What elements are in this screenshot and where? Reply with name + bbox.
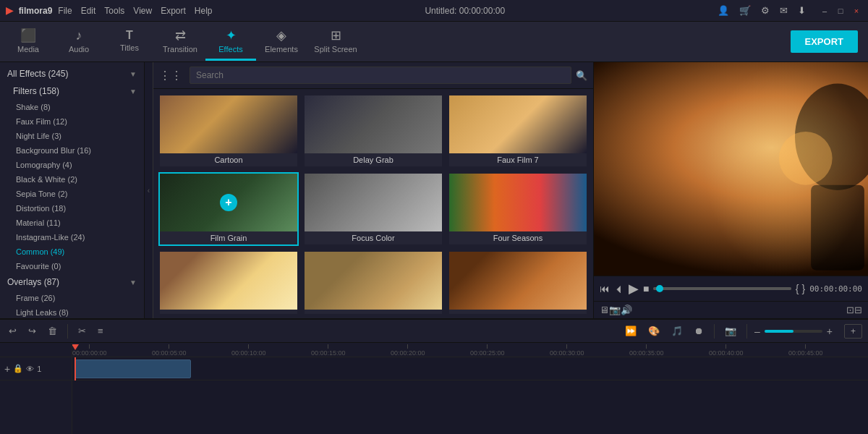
filter-lomography[interactable]: Lomography (4)	[0, 158, 144, 172]
preview-fullscreen-button[interactable]: 🖥	[600, 305, 609, 315]
bracket-left-button[interactable]: {	[796, 283, 799, 294]
effect-thumb-four-seasons	[449, 174, 587, 231]
speed-button[interactable]: ⏩	[622, 324, 639, 338]
menu-help[interactable]: Help	[195, 6, 213, 16]
cut-button[interactable]: ✂	[75, 324, 89, 338]
ruler-mark-7: 00:00:35:00	[629, 344, 664, 357]
overlay-frame[interactable]: Frame (26)	[0, 291, 144, 305]
effect-item-effect-7[interactable]	[158, 250, 299, 315]
record-button[interactable]: ⏺	[692, 324, 707, 338]
effect-item-faux-film-7[interactable]: Faux Film 7	[448, 94, 588, 168]
effect-thumb-focus-color	[305, 174, 442, 231]
menu-export[interactable]: Export	[161, 6, 186, 16]
effect-item-delay-grab[interactable]: Delay Grab	[303, 94, 443, 168]
menu-edit[interactable]: Edit	[81, 6, 96, 16]
filter-shake[interactable]: Shake (8)	[0, 100, 144, 114]
tool-media[interactable]: ⬛ Media	[3, 23, 54, 61]
tool-splitscreen-label: Split Screen	[314, 45, 357, 54]
snapshot-btn[interactable]: 📷	[722, 324, 739, 338]
filter-blackwhite[interactable]: Black & White (2)	[0, 172, 144, 187]
tool-elements[interactable]: ◈ Elements	[256, 23, 307, 61]
adjust-button[interactable]: ≡	[95, 324, 106, 338]
effect-thumb-effect-8	[305, 252, 442, 310]
preview-controls: ⏮ ⏴ ▶ ■ { } 00:00:00:00	[594, 276, 868, 301]
undo-button[interactable]: ↩	[6, 324, 20, 338]
preview-zoom-button[interactable]: ⊟	[854, 305, 862, 315]
timeline-track-labels: + 🔒 👁 1	[0, 343, 72, 434]
elements-icon: ◈	[276, 27, 286, 43]
menu-file[interactable]: File	[58, 6, 72, 16]
filter-fauxfilm[interactable]: Faux Film (12)	[0, 114, 144, 129]
effect-add-button-film-grain[interactable]: +	[220, 194, 237, 211]
effect-item-four-seasons[interactable]: Four Seasons	[448, 172, 588, 246]
audio-track-button[interactable]: 🎵	[668, 324, 686, 338]
bracket-right-button[interactable]: }	[801, 283, 805, 294]
filter-sepiatone[interactable]: Sepia Tone (2)	[0, 187, 144, 201]
filter-favourite[interactable]: Favourite (0)	[0, 259, 144, 273]
effect-item-effect-9[interactable]	[448, 250, 588, 315]
overlays-chevron: ▼	[129, 278, 137, 286]
zoom-slider[interactable]	[765, 330, 822, 333]
progress-bar[interactable]	[653, 287, 791, 290]
play-button[interactable]: ▶	[629, 281, 639, 297]
stop-button[interactable]: ■	[643, 283, 649, 294]
effect-item-focus-color[interactable]: Focus Color	[303, 172, 443, 246]
zoom-in-button[interactable]: +	[827, 326, 833, 337]
effect-item-film-grain[interactable]: +Film Grain	[158, 172, 299, 246]
filters-header[interactable]: Filters (158) ▼	[0, 82, 144, 100]
filter-instagramlike[interactable]: Instagram-Like (24)	[0, 230, 144, 244]
effect-label-effect-8	[305, 310, 442, 314]
playhead[interactable]	[75, 357, 76, 380]
step-back-button[interactable]: ⏴	[614, 283, 624, 294]
tool-titles[interactable]: T Titles	[104, 23, 155, 61]
timeline-content[interactable]: 00:00:00:0000:00:05:0000:00:10:0000:00:1…	[72, 343, 868, 434]
titles-icon: T	[126, 29, 133, 42]
tool-audio-label: Audio	[69, 45, 89, 54]
export-button[interactable]: EXPORT	[791, 30, 858, 53]
track-add-icon[interactable]: +	[4, 363, 10, 375]
redo-button[interactable]: ↪	[25, 324, 39, 338]
filter-nightlife[interactable]: Night Life (3)	[0, 129, 144, 143]
preview-audio-button[interactable]: 🔊	[621, 305, 632, 315]
preview-snapshot-button[interactable]: 📷	[609, 305, 621, 315]
effect-thumb-cartoon	[160, 95, 297, 153]
track-eye-icon[interactable]: 👁	[26, 365, 34, 373]
tool-elements-label: Elements	[265, 45, 298, 54]
maximize-button[interactable]: □	[835, 5, 846, 17]
overlays-header[interactable]: Overlays (87) ▼	[0, 273, 144, 291]
all-effects-header[interactable]: All Effects (245) ▼	[0, 65, 144, 82]
close-button[interactable]: ×	[851, 5, 862, 17]
search-input[interactable]	[190, 67, 571, 84]
ruler-mark-9: 00:00:45:00	[788, 344, 823, 357]
tool-audio[interactable]: ♪ Audio	[54, 23, 104, 61]
effect-item-effect-8[interactable]	[303, 250, 443, 315]
track-lock-icon[interactable]: 🔒	[13, 364, 23, 373]
overlay-lightleaks[interactable]: Light Leaks (8)	[0, 305, 144, 318]
menu-view[interactable]: View	[133, 6, 152, 16]
tool-splitscreen[interactable]: ⊞ Split Screen	[307, 23, 365, 61]
filter-distortion[interactable]: Distortion (18)	[0, 201, 144, 216]
toolbar-separator-2	[714, 324, 715, 339]
effect-item-cartoon[interactable]: Cartoon	[158, 94, 299, 168]
filter-common[interactable]: Common (49)	[0, 244, 144, 259]
add-track-button[interactable]: +	[844, 324, 862, 339]
track-clip-1[interactable]	[75, 359, 191, 378]
zoom-control: – +	[754, 326, 833, 337]
zoom-out-button[interactable]: –	[754, 326, 760, 337]
preview-bottom-bar: 🖥 📷 🔊 ⊡ ⊟	[594, 301, 868, 318]
grid-toggle-icon[interactable]: ⋮⋮	[159, 69, 182, 82]
filter-material[interactable]: Material (11)	[0, 216, 144, 230]
progress-handle[interactable]	[656, 285, 663, 292]
tool-effects[interactable]: ✦ Effects	[205, 23, 256, 61]
rewind-button[interactable]: ⏮	[600, 283, 610, 294]
filter-backgroundblur[interactable]: Background Blur (16)	[0, 143, 144, 158]
sidebar-collapse-handle[interactable]: ‹	[145, 62, 153, 318]
menu-tools[interactable]: Tools	[104, 6, 124, 16]
preview-pip-button[interactable]: ⊡	[846, 305, 854, 315]
main-content: All Effects (245) ▼ Filters (158) ▼ Shak…	[0, 62, 868, 318]
minimize-button[interactable]: –	[819, 5, 830, 17]
tool-transition[interactable]: ⇄ Transition	[155, 23, 205, 61]
color-button[interactable]: 🎨	[645, 324, 663, 338]
delete-button[interactable]: 🗑	[45, 324, 60, 338]
timeline-ruler: 00:00:00:0000:00:05:0000:00:10:0000:00:1…	[72, 343, 868, 357]
